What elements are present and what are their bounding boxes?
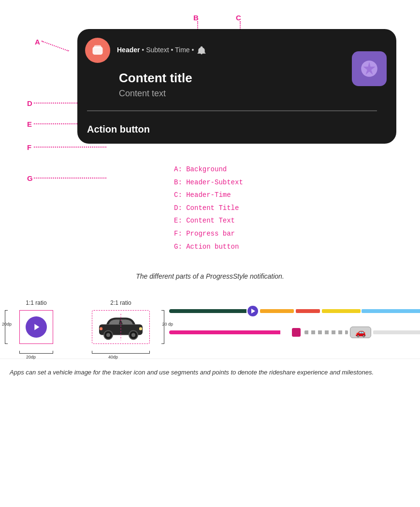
dotted-line-a: [42, 41, 69, 51]
box-milestone-icon: [292, 328, 301, 337]
diagram-section: B C A D E F G Header • Subtext • Time •: [0, 0, 420, 153]
seg-dashed: [304, 330, 348, 334]
card-top: Header • Subtext • Time •: [77, 29, 396, 68]
progress-row-2: 🚗: [169, 328, 420, 337]
svg-point-7: [106, 333, 110, 337]
svg-point-9: [131, 333, 135, 337]
legend-d: D: Content Title: [174, 202, 420, 215]
header-bold: Header: [117, 46, 140, 54]
thumb-shape: [359, 59, 379, 79]
card-body: Content title Content text: [77, 68, 396, 99]
ratio-1-1-diagram: 20dp 20dp: [19, 310, 53, 344]
svg-rect-11: [100, 328, 102, 330]
legend-e: E: Content Text: [174, 214, 420, 227]
car-svg: [97, 314, 145, 341]
dotted-line-f: [34, 147, 106, 148]
main-caption: The different parts of a ProgressStyle n…: [0, 258, 420, 285]
seg-pink: [169, 330, 280, 334]
dp-20-label-left: 20dp: [2, 322, 12, 327]
bottom-section: 1:1 ratio 20dp 20dp: [0, 285, 420, 354]
legend-f: F: Progress bar: [174, 227, 420, 240]
seg-light: [373, 330, 420, 334]
toast-icon: [90, 43, 105, 58]
header-sub: • Subtext • Time •: [140, 46, 196, 54]
legend-section: A: Background B: Header-Subtext C: Heade…: [0, 153, 420, 258]
seg-blue: [362, 309, 420, 313]
ratio-2-1-item: 2:1 ratio 20 dp 40dp: [92, 299, 150, 344]
seg-red: [296, 309, 320, 313]
icon-inner-circle: [26, 316, 47, 338]
ratio-1-1-item: 1:1 ratio 20dp 20dp: [19, 299, 53, 344]
legend-a: A: Background: [174, 163, 420, 176]
notification-icon: [85, 38, 110, 63]
dotted-line-g: [34, 178, 106, 179]
progress-bar: [87, 110, 377, 111]
content-title: Content title: [119, 71, 387, 86]
label-g: G: [27, 174, 33, 182]
ratio-1-1-label: 1:1 ratio: [26, 299, 46, 306]
svg-rect-10: [139, 328, 142, 330]
dim-arrow-left: [5, 310, 8, 344]
svg-rect-1: [94, 45, 101, 48]
label-c: C: [236, 14, 241, 22]
seg-orange: [260, 309, 294, 313]
icon-1-1-box: [19, 310, 53, 344]
content-text: Content text: [119, 89, 387, 99]
label-a: A: [35, 38, 40, 46]
dim-arrow-bottom-2: [92, 351, 150, 354]
progress-row-1: [169, 306, 420, 316]
action-button-label: Action button: [87, 124, 387, 135]
svg-marker-4: [34, 324, 39, 330]
label-f: F: [27, 143, 31, 151]
seg-yellow: [322, 309, 361, 313]
progress-bar-wrapper: [77, 105, 396, 115]
progress-play-icon: [247, 306, 258, 316]
seg-dark-teal: [169, 309, 246, 313]
dp-20-label-bottom: 20dp: [26, 355, 36, 359]
ratio-2-1-diagram: 20 dp 40dp: [92, 310, 150, 344]
label-d: D: [27, 99, 32, 107]
legend-b: B: Header-Subtext: [174, 176, 420, 189]
ratio-2-1-label: 2:1 ratio: [110, 299, 131, 306]
action-area: Action button: [77, 115, 396, 144]
bell-icon: [197, 45, 206, 55]
thumbnail-image: [352, 51, 387, 86]
legend-c: C: Header-Time: [174, 189, 420, 202]
label-e: E: [27, 120, 32, 128]
ratio-group: 1:1 ratio 20dp 20dp: [19, 299, 150, 344]
caption-text: The different parts of a ProgressStyle n…: [136, 272, 284, 280]
dim-arrow-bottom: [19, 351, 53, 354]
bottom-caption: Apps can set a vehicle image for the tra…: [0, 358, 420, 381]
dp-40-label: 40dp: [108, 355, 118, 359]
progress-examples: 🚗: [150, 306, 420, 337]
legend-g: G: Action button: [174, 240, 420, 254]
play-icon: [31, 322, 42, 332]
notification-card: Header • Subtext • Time • Content title …: [77, 29, 396, 144]
dp-20-label-right: 20 dp: [162, 322, 173, 327]
car-tracker-icon: 🚗: [350, 327, 371, 338]
dim-arrow-right: [161, 310, 164, 344]
header-text: Header • Subtext • Time •: [117, 45, 206, 55]
label-b: B: [193, 14, 199, 22]
bottom-caption-text: Apps can set a vehicle image for the tra…: [10, 369, 374, 376]
